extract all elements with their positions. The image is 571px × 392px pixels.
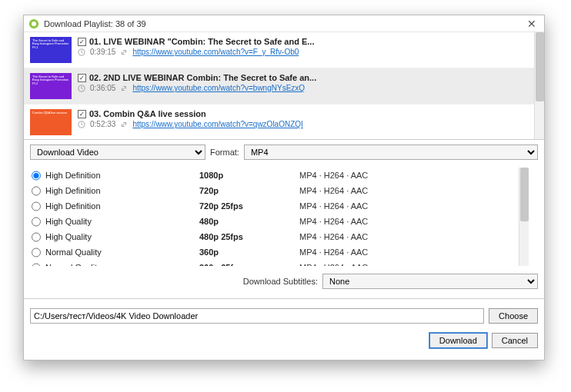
quality-name: High Quality: [45, 232, 199, 241]
quality-name: Normal Quality: [45, 263, 199, 266]
playlist-list[interactable]: The Secret to Safe and Easy Instagram Pr…: [24, 32, 544, 140]
format-label: Format:: [210, 148, 239, 157]
format-select[interactable]: MP4: [244, 145, 538, 160]
video-title: 01. LIVE WEBINAR "Combin: The Secret to …: [89, 37, 314, 46]
quality-codec: MP4 · H264 · AAC: [299, 186, 527, 195]
quality-radio[interactable]: [32, 186, 41, 196]
video-title: 02. 2ND LIVE WEBINAR Combin: The Secret …: [89, 73, 316, 82]
quality-radio[interactable]: [32, 171, 41, 181]
link-icon: [120, 48, 128, 56]
quality-radio[interactable]: [32, 247, 41, 257]
quality-option[interactable]: High Quality480p 25fpsMP4 · H264 · AAC: [30, 229, 529, 244]
quality-radio[interactable]: [32, 217, 41, 227]
quality-name: High Definition: [45, 186, 199, 195]
quality-option[interactable]: High Definition720p 25fpsMP4 · H264 · AA…: [30, 198, 529, 214]
link-icon: [120, 85, 128, 92]
close-button[interactable]: ✕: [523, 18, 541, 30]
quality-codec: MP4 · H264 · AAC: [299, 263, 527, 266]
download-dialog: Download Playlist: 38 of 39 ✕ The Secret…: [23, 15, 545, 360]
choose-button[interactable]: Choose: [489, 308, 538, 324]
video-thumbnail: The Secret to Safe and Easy Instagram Pr…: [30, 73, 72, 99]
clock-icon: [78, 48, 85, 56]
clock-icon: [78, 121, 85, 128]
quality-option[interactable]: High Definition1080pMP4 · H264 · AAC: [30, 168, 529, 183]
subtitles-label: Download Subtitles:: [243, 277, 318, 286]
quality-radio[interactable]: [32, 232, 41, 242]
quality-radio[interactable]: [32, 201, 41, 211]
quality-name: High Definition: [45, 171, 199, 180]
quality-codec: MP4 · H264 · AAC: [299, 247, 527, 257]
save-path-input[interactable]: [30, 308, 484, 324]
quality-option[interactable]: High Definition720pMP4 · H264 · AAC: [30, 183, 529, 198]
quality-radio[interactable]: [32, 263, 41, 267]
quality-name: High Definition: [45, 201, 199, 211]
quality-codec: MP4 · H264 · AAC: [299, 171, 527, 180]
quality-codec: MP4 · H264 · AAC: [299, 217, 527, 226]
download-button[interactable]: Download: [429, 333, 487, 348]
scrollbar[interactable]: [519, 168, 529, 266]
video-url[interactable]: https://www.youtube.com/watch?v=bwngNYsE…: [132, 84, 305, 92]
video-url[interactable]: https://www.youtube.com/watch?v=qwzOlaON…: [132, 120, 302, 128]
video-thumbnail: The Secret to Safe and Easy Instagram Pr…: [30, 37, 72, 63]
video-thumbnail: Combin Q&A live session: [30, 109, 72, 135]
playlist-item[interactable]: The Secret to Safe and Easy Instagram Pr…: [24, 32, 544, 68]
svg-point-1: [32, 21, 36, 25]
quality-resolution: 720p: [199, 186, 299, 195]
quality-codec: MP4 · H264 · AAC: [299, 232, 527, 241]
scrollbar[interactable]: [534, 32, 544, 139]
quality-resolution: 720p 25fps: [199, 201, 299, 211]
checkbox-icon[interactable]: ✓: [78, 74, 86, 82]
quality-option[interactable]: Normal Quality360pMP4 · H264 · AAC: [30, 244, 529, 260]
quality-resolution: 480p 25fps: [199, 232, 299, 241]
link-icon: [120, 121, 128, 128]
app-icon: [28, 18, 39, 29]
dialog-title: Download Playlist: 38 of 39: [44, 19, 523, 28]
subtitles-select[interactable]: None: [322, 274, 538, 289]
titlebar: Download Playlist: 38 of 39 ✕: [24, 15, 544, 32]
quality-resolution: 1080p: [199, 171, 299, 180]
quality-name: High Quality: [45, 217, 199, 226]
video-duration: 0:52:33: [90, 120, 115, 128]
quality-name: Normal Quality: [45, 247, 199, 257]
video-duration: 0:36:05: [90, 84, 115, 92]
divider: [24, 298, 544, 299]
playlist-item[interactable]: The Secret to Safe and Easy Instagram Pr…: [24, 68, 544, 105]
cancel-button[interactable]: Cancel: [492, 333, 538, 348]
quality-codec: MP4 · H264 · AAC: [299, 201, 527, 211]
download-mode-select[interactable]: Download Video: [30, 145, 205, 160]
quality-option[interactable]: Normal Quality360p 25fpsMP4 · H264 · AAC: [30, 260, 529, 266]
video-title: 03. Combin Q&A live session: [89, 109, 206, 118]
quality-list[interactable]: High Definition1080pMP4 · H264 · AACHigh…: [30, 168, 538, 266]
playlist-item[interactable]: Combin Q&A live session✓03. Combin Q&A l…: [24, 105, 544, 140]
video-url[interactable]: https://www.youtube.com/watch?v=F_y_Rfv-…: [132, 48, 299, 56]
quality-resolution: 480p: [199, 217, 299, 226]
quality-option[interactable]: High Quality480pMP4 · H264 · AAC: [30, 214, 529, 229]
video-duration: 0:39:15: [90, 48, 115, 56]
checkbox-icon[interactable]: ✓: [78, 110, 86, 118]
quality-resolution: 360p: [199, 247, 299, 257]
clock-icon: [78, 85, 85, 92]
controls-panel: Download Video Format: MP4 High Definiti…: [24, 140, 544, 354]
checkbox-icon[interactable]: ✓: [78, 38, 86, 46]
quality-resolution: 360p 25fps: [199, 263, 299, 266]
